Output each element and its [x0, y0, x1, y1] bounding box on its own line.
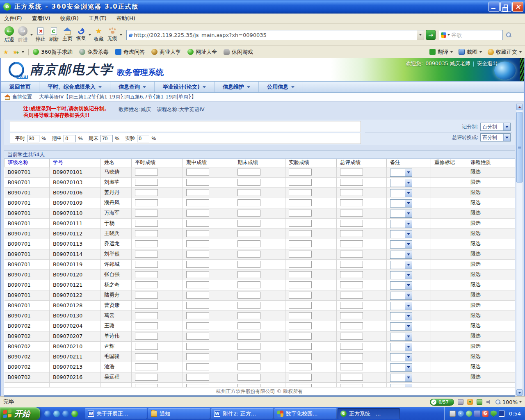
total-score-input[interactable]: [340, 169, 363, 176]
search-go-icon[interactable]: [506, 32, 511, 38]
forward-button[interactable]: → 前进: [16, 25, 30, 45]
midterm-score-input[interactable]: [186, 251, 209, 258]
midterm-score-input[interactable]: [186, 179, 209, 186]
midterm-score-input[interactable]: [186, 384, 209, 387]
screenshot-icon[interactable]: [477, 399, 482, 405]
download-manager-icon[interactable]: [467, 399, 473, 405]
weight-input[interactable]: [137, 135, 149, 142]
lab-score-input[interactable]: [289, 322, 312, 329]
regular-score-input[interactable]: [135, 189, 158, 196]
incognito-button[interactable]: 无痕: [105, 25, 119, 45]
taskbar-window-button[interactable]: 通知: [148, 408, 210, 419]
ie-icon[interactable]: [44, 411, 51, 417]
regular-score-input[interactable]: [135, 179, 158, 186]
regular-score-input[interactable]: [135, 292, 158, 299]
midterm-score-input[interactable]: [186, 322, 209, 329]
vertical-scrollbar[interactable]: [516, 103, 523, 396]
regular-score-input[interactable]: [135, 240, 158, 247]
url-dropdown-button[interactable]: [417, 30, 424, 40]
total-score-input[interactable]: [340, 251, 363, 258]
column-header[interactable]: 重修标记: [431, 159, 467, 167]
midterm-score-input[interactable]: [186, 312, 209, 319]
final-score-input[interactable]: [237, 333, 260, 340]
remark-select[interactable]: [390, 240, 412, 249]
final-score-input[interactable]: [237, 189, 260, 196]
midterm-score-input[interactable]: [186, 281, 209, 288]
remark-select[interactable]: [390, 251, 412, 259]
taskbar-window-button[interactable]: 数字化校园...: [274, 408, 337, 419]
nav-item[interactable]: 返回首页: [1, 82, 39, 92]
nav-item[interactable]: 毕业设计(论文): [155, 82, 215, 92]
regular-score-input[interactable]: [135, 343, 158, 350]
download-tray-icon[interactable]: G: [482, 411, 488, 417]
midterm-score-input[interactable]: [186, 374, 209, 381]
ad-block-badge[interactable]: ✓ 0/57: [430, 399, 454, 406]
midterm-score-input[interactable]: [186, 169, 209, 176]
lab-score-input[interactable]: [289, 374, 312, 381]
midterm-score-input[interactable]: [186, 261, 209, 268]
column-header[interactable]: 课程性质: [467, 159, 515, 167]
total-score-input[interactable]: [340, 353, 363, 360]
favorites-star-icon[interactable]: ★: [3, 49, 9, 55]
midterm-score-input[interactable]: [186, 230, 209, 237]
scroll-down-button[interactable]: [516, 389, 523, 396]
favorites-button[interactable]: ★ 收藏: [92, 25, 105, 45]
regular-score-input[interactable]: [135, 169, 158, 176]
total-score-input[interactable]: [340, 343, 363, 350]
final-score-input[interactable]: [237, 312, 260, 319]
column-header[interactable]: 备注: [387, 159, 431, 167]
total-score-input[interactable]: [340, 240, 363, 247]
final-score-input[interactable]: [237, 210, 260, 217]
regular-score-input[interactable]: [135, 199, 158, 206]
nav-item[interactable]: 信息查询: [110, 82, 155, 92]
remark-select[interactable]: [390, 302, 412, 310]
remark-select[interactable]: [390, 169, 412, 177]
total-score-input[interactable]: [340, 333, 363, 340]
final-score-input[interactable]: [237, 179, 260, 186]
total-score-input[interactable]: [340, 220, 363, 227]
final-score-input[interactable]: [237, 251, 260, 258]
nav-item[interactable]: 公用信息: [259, 82, 303, 92]
column-header[interactable]: 期中成绩: [183, 159, 234, 167]
regular-score-input[interactable]: [135, 251, 158, 258]
final-score-input[interactable]: [237, 169, 260, 176]
remark-select[interactable]: [390, 374, 412, 382]
collapse-tray-icon[interactable]: ‹: [458, 411, 464, 417]
restore-session-button[interactable]: 恢复: [74, 25, 88, 45]
lab-score-input[interactable]: [289, 189, 312, 196]
remark-select[interactable]: [390, 261, 412, 269]
remark-select[interactable]: [390, 384, 412, 388]
history-dropdown-icon[interactable]: [30, 34, 33, 36]
total-score-input[interactable]: [340, 292, 363, 299]
remark-select[interactable]: [390, 343, 412, 351]
regular-score-input[interactable]: [135, 271, 158, 278]
im-tray-icon[interactable]: [466, 411, 472, 417]
taskbar-window-button[interactable]: 关于开展正...: [85, 408, 147, 419]
nav-item[interactable]: 平时、综合成绩录入: [39, 82, 110, 92]
favorite-link[interactable]: 网址大全: [187, 48, 217, 56]
total-score-input[interactable]: [340, 179, 363, 186]
regular-score-input[interactable]: [135, 302, 158, 309]
minimize-button[interactable]: [488, 2, 500, 12]
browser-tool-button[interactable]: 翻译: [429, 48, 453, 56]
lab-score-input[interactable]: [289, 292, 312, 299]
midterm-score-input[interactable]: [186, 363, 209, 370]
logout-link[interactable]: 安全退出: [477, 60, 498, 67]
home-button[interactable]: 主页: [61, 25, 74, 45]
total-score-input[interactable]: [340, 261, 363, 268]
final-score-input[interactable]: [237, 230, 260, 237]
final-score-input[interactable]: [237, 384, 260, 387]
final-score-input[interactable]: [237, 261, 260, 268]
regular-score-input[interactable]: [135, 210, 158, 217]
favorite-link[interactable]: 免费杀毒: [79, 48, 109, 56]
tools-dropdown-icon[interactable]: [120, 34, 122, 36]
regular-score-input[interactable]: [135, 312, 158, 319]
lab-score-input[interactable]: [289, 179, 312, 186]
network-tray-icon[interactable]: [474, 411, 480, 417]
regular-score-input[interactable]: [135, 384, 158, 387]
total-score-input[interactable]: [340, 302, 363, 309]
remark-select[interactable]: [390, 363, 412, 372]
weight-input[interactable]: [100, 135, 113, 142]
scale-select[interactable]: 百分制: [480, 123, 511, 131]
total-score-input[interactable]: [340, 189, 363, 196]
